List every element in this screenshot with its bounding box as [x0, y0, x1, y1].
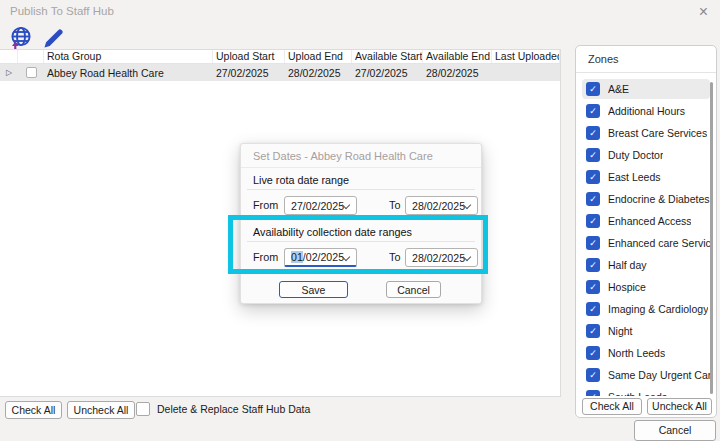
zone-label: Additional Hours [608, 105, 685, 117]
checkbox-checked-icon[interactable]: ✓ [586, 302, 600, 316]
checkbox-checked-icon[interactable]: ✓ [586, 346, 600, 360]
publish-to-staff-hub-window: Publish To Staff Hub × Rota Group Upload… [0, 0, 720, 441]
cell-available-start: 27/02/2025 [352, 67, 423, 79]
delete-replace-label: Delete & Replace Staff Hub Data [157, 403, 310, 415]
checkbox-checked-icon[interactable]: ✓ [586, 214, 600, 228]
live-rota-section-title: Live rota date range [247, 173, 475, 190]
save-button[interactable]: Save [279, 281, 348, 298]
zone-list-item[interactable]: ✓ North Leeds [582, 343, 710, 363]
availability-to-label: To [389, 251, 400, 263]
zone-list-item[interactable]: ✓ Enhanced Access [582, 211, 710, 231]
zone-list-item[interactable]: ✓ South Leeds [582, 387, 710, 396]
cell-upload-start: 27/02/2025 [213, 67, 285, 79]
checkbox-checked-icon[interactable]: ✓ [586, 104, 600, 118]
row-checkbox-cell [18, 67, 44, 78]
zone-label: Same Day Urgent Care (S [608, 369, 710, 381]
checkbox-checked-icon[interactable]: ✓ [586, 148, 600, 162]
check-all-button-left[interactable]: Check All [5, 401, 62, 419]
checkbox-checked-icon[interactable]: ✓ [586, 126, 600, 140]
zone-label: A&E [608, 83, 629, 95]
header-last-uploaded[interactable]: Last Uploaded [492, 50, 560, 63]
zone-list-item[interactable]: ✓ Duty Doctor [582, 145, 710, 165]
header-expand-col [0, 50, 18, 63]
publish-globe-icon[interactable] [7, 25, 34, 52]
table-row[interactable]: ▷ Abbey Road Health Care 27/02/2025 28/0… [0, 64, 560, 81]
header-upload-start[interactable]: Upload Start [213, 50, 285, 63]
edit-pencil-icon[interactable] [42, 27, 65, 50]
window-cancel-button[interactable]: Cancel [634, 420, 716, 441]
set-dates-dialog: Set Dates - Abbey Road Health Care Live … [240, 143, 482, 304]
close-icon[interactable]: × [699, 2, 708, 22]
availability-from-selected-text: 01 [291, 251, 303, 263]
zone-label: East Leeds [608, 171, 661, 183]
delete-replace-checkbox[interactable] [136, 402, 150, 416]
zone-list-item[interactable]: ✓ Imaging & Cardiology [582, 299, 710, 319]
header-upload-end[interactable]: Upload End [285, 50, 352, 63]
dialog-title: Set Dates - Abbey Road Health Care [241, 144, 481, 168]
header-available-end[interactable]: Available End [423, 50, 492, 63]
zones-scrollbar[interactable] [710, 82, 713, 394]
live-to-date-value: 28/02/2025 [412, 200, 465, 212]
header-available-start[interactable]: Available Start [352, 50, 423, 63]
checkbox-checked-icon[interactable]: ✓ [586, 390, 600, 396]
checkbox-checked-icon[interactable]: ✓ [586, 368, 600, 382]
availability-from-rest-text: /02/2025 [303, 251, 344, 263]
zone-list-item[interactable]: ✓ Breast Care Services [582, 123, 710, 143]
zone-list-item[interactable]: ✓ Hospice [582, 277, 710, 297]
checkbox-checked-icon[interactable]: ✓ [586, 236, 600, 250]
live-to-date-dropdown[interactable]: 28/02/2025 [405, 196, 478, 215]
checkbox-checked-icon[interactable]: ✓ [586, 258, 600, 272]
zone-label: Duty Doctor [608, 149, 663, 161]
live-from-date-value: 27/02/2025 [291, 200, 344, 212]
cell-available-end: 28/02/2025 [423, 67, 492, 79]
zone-list-item[interactable]: ✓ Enhanced care Services [582, 233, 710, 253]
availability-to-date-value: 28/02/2025 [412, 252, 465, 264]
cell-rota-group: Abbey Road Health Care [44, 67, 213, 79]
zone-list-item[interactable]: ✓ Night [582, 321, 710, 341]
cell-upload-end: 28/02/2025 [285, 67, 352, 79]
live-to-label: To [389, 199, 400, 211]
availability-date-row: From 01/02/2025 To 28/02/2025 [241, 248, 481, 267]
zone-list-item[interactable]: ✓ Additional Hours [582, 101, 710, 121]
zone-label: Imaging & Cardiology [608, 303, 708, 315]
zone-label: North Leeds [608, 347, 665, 359]
live-rota-date-row: From 27/02/2025 To 28/02/2025 [241, 196, 481, 215]
live-from-date-dropdown[interactable]: 27/02/2025 [284, 196, 357, 215]
availability-from-label: From [253, 251, 278, 263]
checkbox-checked-icon[interactable]: ✓ [586, 280, 600, 294]
window-title: Publish To Staff Hub [10, 5, 114, 17]
zone-label: Hospice [608, 281, 646, 293]
zone-list-item[interactable]: ✓ Half day [582, 255, 710, 275]
checkbox-checked-icon[interactable]: ✓ [586, 324, 600, 338]
zone-list-item[interactable]: ✓ Same Day Urgent Care (S [582, 365, 710, 385]
checkbox-checked-icon[interactable]: ✓ [586, 192, 600, 206]
row-checkbox[interactable] [26, 67, 37, 78]
zone-label: Endocrine & Diabetes [608, 193, 710, 205]
availability-from-date-dropdown[interactable]: 01/02/2025 [284, 248, 357, 267]
header-checkbox-col [18, 50, 44, 63]
expand-triangle-icon: ▷ [6, 68, 12, 77]
zones-check-all-button[interactable]: Check All [582, 398, 642, 415]
zone-label: Breast Care Services [608, 127, 707, 139]
live-from-label: From [253, 199, 278, 211]
zone-label: South Leeds [608, 391, 667, 396]
zones-panel: Zones ✓ A&E ✓ Additional Hours ✓ Breast … [575, 45, 717, 418]
checkbox-checked-icon[interactable]: ✓ [586, 170, 600, 184]
uncheck-all-button-left[interactable]: Uncheck All [67, 401, 135, 419]
zone-label: Enhanced care Services [608, 237, 710, 249]
row-expand-icon[interactable]: ▷ [0, 64, 18, 81]
zone-list-item[interactable]: ✓ East Leeds [582, 167, 710, 187]
zone-label: Enhanced Access [608, 215, 691, 227]
availability-to-date-dropdown[interactable]: 28/02/2025 [405, 248, 478, 267]
zone-label: Half day [608, 259, 647, 271]
availability-section-title: Availability collection date ranges [247, 225, 475, 242]
zones-uncheck-all-button[interactable]: Uncheck All [647, 398, 712, 415]
zone-list-item[interactable]: ✓ A&E [582, 79, 710, 99]
dialog-cancel-button[interactable]: Cancel [386, 281, 441, 298]
checkbox-checked-icon[interactable]: ✓ [586, 82, 600, 96]
zone-list-item[interactable]: ✓ Endocrine & Diabetes [582, 189, 710, 209]
table-header-row: Rota Group Upload Start Upload End Avail… [0, 50, 560, 64]
zone-label: Night [608, 325, 633, 337]
zones-panel-title: Zones [576, 46, 716, 73]
header-rota-group[interactable]: Rota Group [44, 50, 213, 63]
